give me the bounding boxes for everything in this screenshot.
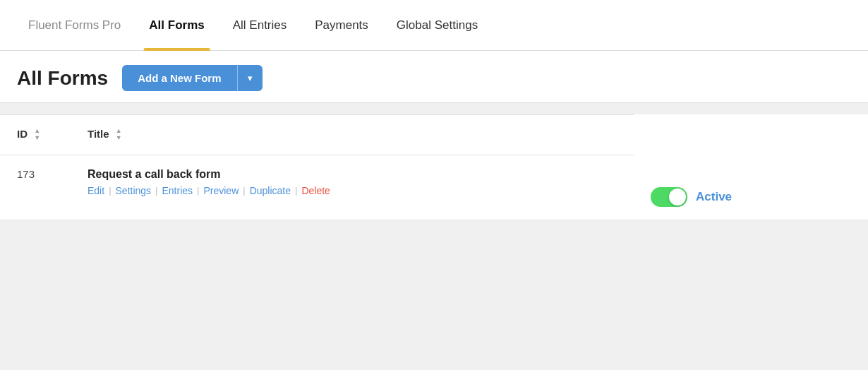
action-separator: | xyxy=(295,185,297,196)
action-separator: | xyxy=(243,185,245,196)
status-container: Active xyxy=(651,167,851,207)
add-form-dropdown-button[interactable]: ▾ xyxy=(237,65,263,91)
main-content: ID ▲▼ Title ▲▼ 173Request a call back fo… xyxy=(0,114,868,220)
form-action-delete[interactable]: Delete xyxy=(301,185,330,196)
nav-item-fluent-forms-pro[interactable]: Fluent Forms Pro xyxy=(14,0,135,51)
table-header-row: ID ▲▼ Title ▲▼ xyxy=(0,115,868,155)
nav-item-all-forms[interactable]: All Forms xyxy=(135,0,218,51)
row-title-cell: Request a call back formEdit | Settings … xyxy=(71,155,634,220)
action-separator: | xyxy=(155,185,157,196)
form-action-edit[interactable]: Edit xyxy=(88,185,104,196)
action-separator: | xyxy=(197,185,199,196)
column-title[interactable]: Title ▲▼ xyxy=(71,115,634,155)
action-separator: | xyxy=(109,185,111,196)
add-form-button-group: Add a New Form ▾ xyxy=(122,65,262,91)
page-title: All Forms xyxy=(17,67,108,90)
status-label: Active xyxy=(696,190,732,204)
page-header: All Forms Add a New Form ▾ xyxy=(0,51,868,103)
column-id[interactable]: ID ▲▼ xyxy=(0,115,71,155)
forms-table: ID ▲▼ Title ▲▼ 173Request a call back fo… xyxy=(0,114,868,220)
top-navigation: Fluent Forms Pro All Forms All Entries P… xyxy=(0,0,868,51)
form-action-duplicate[interactable]: Duplicate xyxy=(250,185,291,196)
form-action-preview[interactable]: Preview xyxy=(203,185,239,196)
add-new-form-button[interactable]: Add a New Form xyxy=(122,65,236,91)
form-action-settings[interactable]: Settings xyxy=(116,185,152,196)
status-toggle[interactable] xyxy=(651,187,687,207)
nav-item-global-settings[interactable]: Global Settings xyxy=(382,0,492,51)
nav-item-all-entries[interactable]: All Entries xyxy=(219,0,301,51)
row-status-cell: Active xyxy=(634,155,868,220)
row-id: 173 xyxy=(0,155,71,220)
table-row: 173Request a call back formEdit | Settin… xyxy=(0,155,868,220)
form-action-entries[interactable]: Entries xyxy=(162,185,193,196)
form-actions: Edit | Settings | Entries | Preview | Du… xyxy=(88,185,617,196)
nav-item-payments[interactable]: Payments xyxy=(301,0,382,51)
id-sort-icon: ▲▼ xyxy=(34,128,40,142)
form-title: Request a call back form xyxy=(88,168,617,181)
title-sort-icon: ▲▼ xyxy=(116,128,122,142)
